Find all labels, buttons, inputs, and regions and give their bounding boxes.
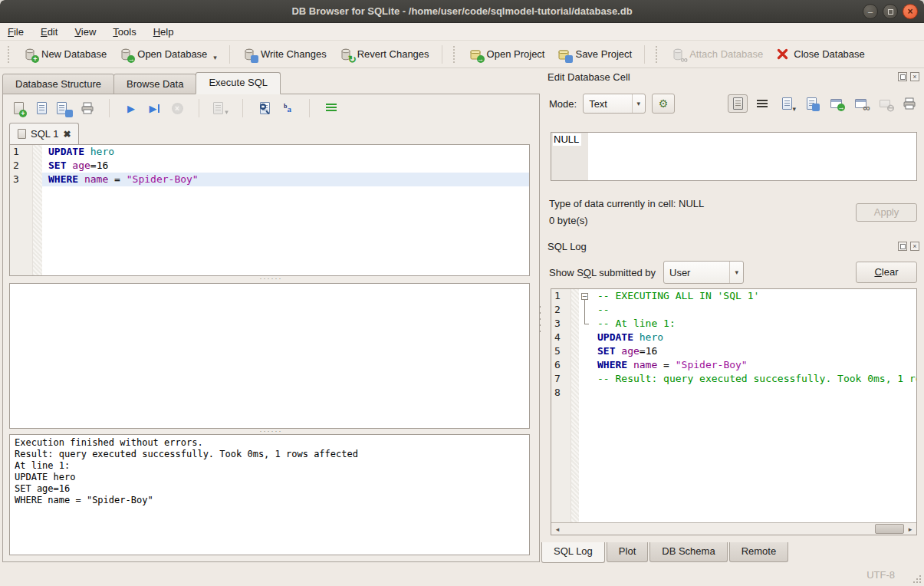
- execute-line-icon[interactable]: ▶: [146, 100, 162, 116]
- write-changes-button[interactable]: Write Changes: [236, 44, 333, 64]
- execution-log[interactable]: Execution finished without errors. Resul…: [9, 434, 530, 555]
- close-sql-tab-icon[interactable]: ✖: [63, 129, 71, 140]
- scroll-left-icon[interactable]: ◂: [551, 525, 564, 533]
- sql-doc-tab-bar: SQL 1 ✖: [3, 122, 539, 144]
- submitted-by-select[interactable]: User ▾: [663, 261, 744, 284]
- dock-tab-plot[interactable]: Plot: [607, 542, 648, 562]
- encoding-label: UTF-8: [866, 569, 895, 581]
- fold-margin: [579, 358, 591, 372]
- tab-database-structure[interactable]: Database Structure: [2, 74, 114, 94]
- cell-value-editor[interactable]: NULL: [551, 132, 917, 181]
- open-database-menu-icon[interactable]: ▾: [213, 54, 217, 61]
- mode-label: Mode:: [549, 98, 577, 110]
- menu-tools[interactable]: Tools: [113, 26, 136, 38]
- mode-select[interactable]: Text ▾: [583, 94, 646, 114]
- results-pane[interactable]: [9, 283, 530, 429]
- close-database-button[interactable]: Close Database: [769, 44, 871, 64]
- format-sql-icon[interactable]: [324, 100, 339, 116]
- app-window: DB Browser for SQLite - /home/user/code/…: [0, 0, 924, 586]
- sql-doc-tab[interactable]: SQL 1 ✖: [9, 123, 79, 144]
- code-line: 8: [551, 386, 916, 400]
- menu-edit[interactable]: Edit: [41, 26, 58, 38]
- sql-log-dock-controls: ×: [898, 242, 919, 251]
- close-database-icon: [775, 48, 789, 61]
- close-button-icon[interactable]: ×: [903, 4, 918, 19]
- apply-button: Apply: [856, 203, 917, 222]
- main-tab-bar: Database Structure Browse Data Execute S…: [2, 72, 280, 94]
- menu-view[interactable]: View: [74, 26, 96, 38]
- menu-file[interactable]: File: [8, 26, 24, 38]
- dock-tab-bar: SQL Log Plot DB Schema Remote: [541, 542, 924, 564]
- code-line: 3WHERE name = "Spider-Boy": [10, 173, 529, 186]
- menu-bar: File Edit View Tools Help: [0, 23, 924, 41]
- cell-toolbar: ▾ → ∞ ⊖: [728, 94, 919, 113]
- open-database-button[interactable]: → Open Database ▾: [113, 44, 223, 64]
- fold-margin: [579, 344, 591, 358]
- sql-log-hscrollbar[interactable]: ◂ ▸: [551, 522, 916, 535]
- resize-grip[interactable]: [912, 574, 922, 584]
- execute-all-icon[interactable]: ▶: [123, 100, 139, 116]
- splitter-results-log[interactable]: ······: [3, 429, 539, 434]
- new-database-icon: +: [23, 48, 37, 61]
- save-project-button[interactable]: Save Project: [551, 44, 638, 64]
- open-url-icon[interactable]: ∞: [850, 94, 870, 113]
- replace-icon[interactable]: ba: [280, 100, 295, 116]
- left-panel: Database Structure Browse Data Execute S…: [0, 68, 541, 565]
- open-project-icon: →: [469, 48, 482, 61]
- tab-browse-data[interactable]: Browse Data: [113, 74, 196, 94]
- float-dock-icon[interactable]: [898, 72, 907, 81]
- dock-tab-sql-log[interactable]: SQL Log: [541, 542, 605, 563]
- revert-changes-icon: ↻: [339, 48, 353, 61]
- sql-log-view[interactable]: 1–-- EXECUTING ALL IN 'SQL 1'2--3-- At l…: [551, 289, 916, 522]
- filter-label: Show SQL submitted by: [549, 267, 656, 278]
- import-file-icon[interactable]: ▾: [777, 94, 797, 113]
- code-line: 1UPDATE hero: [10, 145, 529, 159]
- open-sql-file-icon[interactable]: [34, 100, 49, 116]
- sql-editor[interactable]: 1UPDATE hero2SET age=163WHERE name = "Sp…: [9, 144, 530, 276]
- fold-margin: [579, 372, 591, 386]
- set-null-icon: ⊖: [875, 94, 895, 113]
- revert-changes-button[interactable]: ↻ Revert Changes: [333, 44, 436, 64]
- scroll-right-icon[interactable]: ▸: [904, 525, 916, 533]
- menu-help[interactable]: Help: [153, 26, 174, 38]
- code-line: 3-- At line 1:: [551, 317, 916, 331]
- toolbar-handle[interactable]: [8, 46, 12, 63]
- open-in-app-icon[interactable]: →: [826, 94, 846, 113]
- title-bar[interactable]: DB Browser for SQLite - /home/user/code/…: [0, 0, 924, 23]
- toolbar-handle[interactable]: [656, 46, 660, 63]
- scrollbar-thumb[interactable]: [875, 524, 904, 534]
- copy-results-icon: ▾: [213, 100, 229, 116]
- code-line: 7-- Result: query executed successfully.…: [551, 372, 916, 386]
- word-wrap-icon[interactable]: [752, 94, 772, 113]
- toolbar-handle[interactable]: [453, 46, 458, 63]
- dock-tab-db-schema[interactable]: DB Schema: [649, 542, 727, 562]
- combo-arrow-icon: ▾: [632, 94, 646, 113]
- splitter-editor-results[interactable]: ······: [3, 276, 539, 281]
- close-dock-icon[interactable]: ×: [910, 242, 919, 251]
- export-file-icon[interactable]: [801, 94, 821, 113]
- tab-execute-sql[interactable]: Execute SQL: [196, 72, 281, 94]
- open-database-icon: →: [119, 48, 133, 61]
- attach-database-icon: ∞: [671, 48, 685, 61]
- save-project-icon: [557, 48, 571, 61]
- minimize-button-icon[interactable]: –: [863, 4, 878, 19]
- new-database-button[interactable]: + New Database: [17, 44, 113, 64]
- clear-log-button[interactable]: Clear: [856, 262, 917, 283]
- window-title: DB Browser for SQLite - /home/user/code/…: [291, 5, 632, 17]
- close-dock-icon[interactable]: ×: [910, 72, 919, 81]
- cell-type-info: Type of data currently in cell: NULL: [549, 198, 704, 209]
- open-project-button[interactable]: → Open Project: [462, 44, 551, 64]
- auto-switch-mode-button[interactable]: ⚙: [652, 94, 675, 114]
- float-dock-icon[interactable]: [898, 242, 907, 251]
- save-sql-file-icon[interactable]: ▾: [57, 100, 72, 116]
- print-icon[interactable]: [80, 100, 95, 116]
- fold-margin: [579, 386, 591, 400]
- dock-tab-remote[interactable]: Remote: [729, 542, 789, 562]
- maximize-button-icon[interactable]: [883, 4, 898, 19]
- print-cell-icon[interactable]: [899, 94, 919, 113]
- fold-margin[interactable]: –: [579, 289, 591, 303]
- text-mode-icon[interactable]: [728, 94, 748, 113]
- find-icon[interactable]: [257, 100, 272, 116]
- new-sql-tab-icon[interactable]: +: [11, 100, 26, 116]
- fold-margin: [579, 317, 591, 331]
